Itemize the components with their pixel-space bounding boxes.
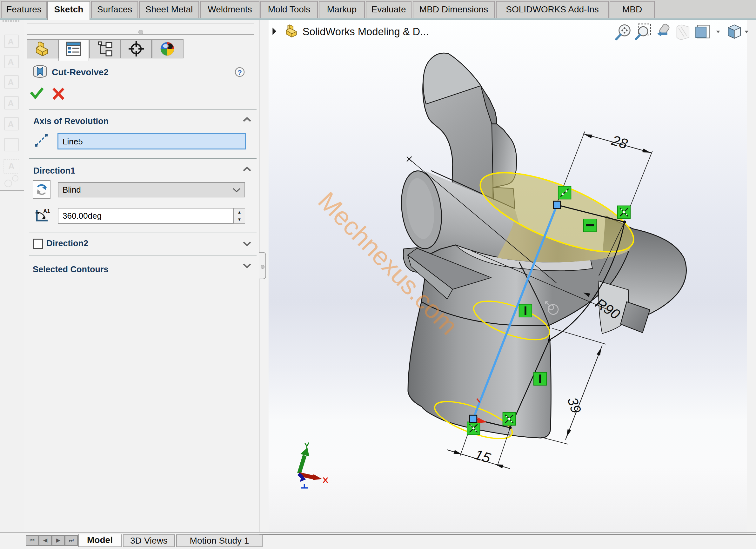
svg-text:A: A: [8, 57, 14, 67]
svg-text:?: ?: [238, 69, 242, 77]
svg-text:A: A: [8, 119, 14, 129]
svg-text:A: A: [9, 161, 15, 171]
svg-text:A: A: [8, 37, 14, 46]
svg-text:A: A: [8, 77, 14, 87]
svg-text:A1: A1: [43, 208, 50, 214]
svg-text:SolidWorks Modeling & D...: SolidWorks Modeling & D...: [303, 26, 429, 37]
svg-text:A: A: [8, 98, 14, 108]
